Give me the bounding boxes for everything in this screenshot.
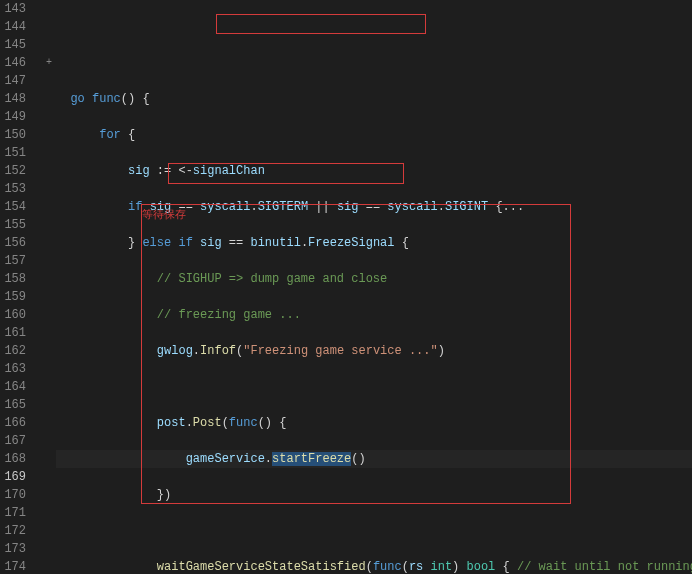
line-number: 169 xyxy=(4,468,26,486)
fold-marker xyxy=(42,180,56,198)
line-number: 171 xyxy=(4,504,26,522)
line-number: 170 xyxy=(4,486,26,504)
fold-marker xyxy=(42,0,56,18)
code-line[interactable]: post.Post(func() { xyxy=(56,414,692,432)
fold-marker xyxy=(42,144,56,162)
line-number: 152 xyxy=(4,162,26,180)
line-number: 164 xyxy=(4,378,26,396)
fold-marker xyxy=(42,162,56,180)
fold-marker xyxy=(42,234,56,252)
fold-marker xyxy=(42,36,56,54)
line-number-gutter: 1431441451461471481491501511521531541551… xyxy=(0,0,42,574)
fold-marker xyxy=(42,414,56,432)
code-line[interactable]: sig := <-signalChan xyxy=(56,162,692,180)
code-line[interactable]: for { xyxy=(56,126,692,144)
fold-marker xyxy=(42,342,56,360)
fold-marker xyxy=(42,252,56,270)
line-number: 168 xyxy=(4,450,26,468)
line-number: 145 xyxy=(4,36,26,54)
fold-marker xyxy=(42,306,56,324)
annotation-box xyxy=(216,14,426,34)
line-number: 167 xyxy=(4,432,26,450)
code-line[interactable]: gameService.startFreeze() xyxy=(56,450,692,468)
line-number: 146 xyxy=(4,54,26,72)
line-number: 156 xyxy=(4,234,26,252)
line-number: 148 xyxy=(4,90,26,108)
fold-marker xyxy=(42,486,56,504)
line-number: 153 xyxy=(4,180,26,198)
code-line[interactable]: gwlog.Infof("Freezing game service ...") xyxy=(56,342,692,360)
line-number: 154 xyxy=(4,198,26,216)
fold-marker xyxy=(42,216,56,234)
code-line[interactable]: } else if sig == binutil.FreezeSignal { xyxy=(56,234,692,252)
fold-marker xyxy=(42,450,56,468)
fold-marker xyxy=(42,126,56,144)
line-number: 166 xyxy=(4,414,26,432)
code-editor[interactable]: 1431441451461471481491501511521531541551… xyxy=(0,0,692,574)
fold-marker xyxy=(42,558,56,574)
fold-marker xyxy=(42,504,56,522)
fold-marker xyxy=(42,378,56,396)
fold-marker xyxy=(42,72,56,90)
fold-marker xyxy=(42,468,56,486)
code-line[interactable]: }) xyxy=(56,486,692,504)
line-number: 147 xyxy=(4,72,26,90)
line-number: 162 xyxy=(4,342,26,360)
code-area[interactable]: 等待保存 go func() { for { sig := <-signalCh… xyxy=(56,0,692,574)
line-number: 151 xyxy=(4,144,26,162)
line-number: 144 xyxy=(4,18,26,36)
fold-marker xyxy=(42,108,56,126)
code-line[interactable]: // SIGHUP => dump game and close xyxy=(56,270,692,288)
line-number: 163 xyxy=(4,360,26,378)
fold-marker xyxy=(42,18,56,36)
fold-marker xyxy=(42,324,56,342)
code-line[interactable] xyxy=(56,522,692,540)
fold-marker xyxy=(42,432,56,450)
fold-marker xyxy=(42,288,56,306)
line-number: 160 xyxy=(4,306,26,324)
line-number: 172 xyxy=(4,522,26,540)
code-line[interactable]: waitGameServiceStateSatisfied(func(rs in… xyxy=(56,558,692,574)
line-number: 155 xyxy=(4,216,26,234)
fold-marker[interactable]: + xyxy=(42,54,56,72)
fold-column[interactable]: + xyxy=(42,0,56,574)
code-line[interactable]: go func() { xyxy=(56,90,692,108)
fold-marker xyxy=(42,360,56,378)
line-number: 143 xyxy=(4,0,26,18)
line-number: 165 xyxy=(4,396,26,414)
fold-marker xyxy=(42,540,56,558)
fold-marker xyxy=(42,522,56,540)
line-number: 173 xyxy=(4,540,26,558)
line-number: 174 xyxy=(4,558,26,574)
line-number: 150 xyxy=(4,126,26,144)
fold-marker xyxy=(42,396,56,414)
code-line[interactable]: if sig == syscall.SIGTERM || sig == sysc… xyxy=(56,198,692,216)
fold-marker xyxy=(42,198,56,216)
line-number: 157 xyxy=(4,252,26,270)
code-line[interactable] xyxy=(56,378,692,396)
code-line[interactable]: // freezing game ... xyxy=(56,306,692,324)
fold-marker xyxy=(42,90,56,108)
line-number: 161 xyxy=(4,324,26,342)
line-number: 149 xyxy=(4,108,26,126)
fold-marker xyxy=(42,270,56,288)
line-number: 158 xyxy=(4,270,26,288)
line-number: 159 xyxy=(4,288,26,306)
